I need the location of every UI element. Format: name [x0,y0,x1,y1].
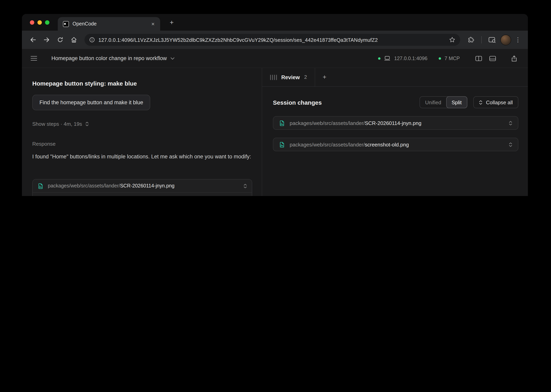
reload-button[interactable] [54,34,66,46]
collapse-all-button[interactable]: Collapse all [473,96,518,108]
file-path-prefix: packages/web/src/assets/lander/ [290,120,365,126]
image-file-icon [279,141,285,147]
response-label: Response [32,141,251,147]
chevron-down-icon [170,57,174,59]
expand-collapse-icon[interactable] [509,120,512,126]
file-option-row[interactable]: packages/web/src/assets/lander/screensho… [33,192,252,196]
server-status-dot [378,57,381,59]
changed-file-row[interactable]: packages/web/src/assets/lander/SCR-20260… [273,116,518,130]
chat-pane: Homepage button styling: make blue Find … [22,68,262,196]
response-text: I found "Home" buttons/links in multiple… [32,151,251,163]
desktop: OpenCode × + 127.0.0.1:4096/L1VzZXJzL3J5… [0,0,551,196]
home-button[interactable] [68,34,80,46]
device-icon [384,56,391,61]
split-rows-icon[interactable] [487,53,498,63]
tab-title: OpenCode [72,21,146,27]
image-file-icon [37,183,44,189]
review-pane: Review 2 + Session changes Unified Split [262,68,528,196]
split-columns-icon[interactable] [473,53,484,63]
unified-view-button[interactable]: Unified [420,96,446,108]
mcp-count[interactable]: 7 MCP [445,56,460,61]
file-path-prefix: packages/web/src/assets/lander/ [48,183,120,189]
diff-mode-segmented: Unified Split [420,96,467,108]
opencode-favicon [63,21,69,27]
chat-heading: Homepage button styling: make blue [32,80,251,87]
collapse-all-label: Collapse all [486,99,513,105]
main-split: Homepage button styling: make blue Find … [22,68,528,196]
review-tabbar: Review 2 + [262,68,528,87]
file-name: screenshot-old.png [365,141,409,147]
expand-collapse-icon[interactable] [243,183,247,189]
tab-search-icon[interactable] [486,34,498,46]
file-name: SCR-20260114-jnyn.png [365,120,421,126]
split-view-button[interactable]: Split [446,96,467,108]
diff-grip-icon [270,75,277,80]
review-tab-label: Review [281,74,300,80]
expand-collapse-icon [85,121,89,126]
maximize-window-button[interactable] [45,20,49,25]
mcp-status-dot [439,57,441,59]
session-changes-section: Session changes Unified Split Collapse a… [262,87,528,151]
close-window-button[interactable] [30,20,34,25]
app-header: Homepage button color change in repo wor… [22,49,528,68]
changed-file-row[interactable]: packages/web/src/assets/lander/screensho… [273,138,518,151]
user-message: Find the homepage button and make it blu… [32,95,150,110]
file-path-prefix: packages/web/src/assets/lander/ [290,141,365,147]
extensions-icon[interactable] [465,34,477,46]
url-text[interactable]: 127.0.0.1:4096/L1VzZXJzL3J5YW52b2dlbC9kZ… [98,37,445,43]
window-controls [30,20,49,25]
share-icon[interactable] [509,53,519,63]
browser-window: OpenCode × + 127.0.0.1:4096/L1VzZXJzL3J5… [22,14,528,196]
site-info-icon[interactable] [89,37,95,42]
file-option-list: packages/web/src/assets/lander/SCR-20260… [32,179,252,196]
image-file-icon [279,120,285,126]
session-title-text: Homepage button color change in repo wor… [51,55,167,61]
tab-close-icon[interactable]: × [150,20,156,28]
address-bar[interactable]: 127.0.0.1:4096/L1VzZXJzL3J5YW52b2dlbC9kZ… [85,34,460,46]
show-steps-label: Show steps · 4m, 19s [32,121,82,127]
minimize-window-button[interactable] [37,20,42,25]
expand-collapse-icon[interactable] [509,142,512,147]
tab-review[interactable]: Review 2 [262,68,315,86]
opencode-app: Homepage button color change in repo wor… [22,49,528,196]
browser-menu-icon[interactable]: ⋮ [513,36,523,43]
session-title-dropdown[interactable]: Homepage button color change in repo wor… [51,55,174,61]
browser-tab-opencode[interactable]: OpenCode × [58,17,160,31]
toolbar-separator [481,36,482,43]
server-host[interactable]: 127.0.0.1:4096 [394,56,428,61]
add-review-tab-button[interactable]: + [315,68,334,86]
file-name: SCR-20260114-jnyn.png [120,183,174,189]
app-header-status: 127.0.0.1:4096 7 MCP [378,53,519,63]
file-option-row[interactable]: packages/web/src/assets/lander/SCR-20260… [33,180,252,192]
bookmark-star-icon[interactable] [449,37,455,43]
review-tab-count: 2 [304,74,307,80]
forward-button[interactable] [41,34,53,46]
browser-toolbar: 127.0.0.1:4096/L1VzZXJzL3J5YW52b2dlbC9kZ… [22,31,528,49]
menu-icon[interactable] [31,56,37,61]
back-button[interactable] [27,34,39,46]
expand-collapse-icon [479,100,482,105]
browser-tabstrip: OpenCode × + [22,14,528,31]
profile-avatar[interactable] [500,34,512,46]
new-tab-button[interactable]: + [167,18,177,28]
show-steps-toggle[interactable]: Show steps · 4m, 19s [32,121,251,127]
avatar [500,35,511,45]
diff-view-controls: Unified Split Collapse all [420,96,518,108]
session-changes-heading: Session changes [273,99,322,106]
